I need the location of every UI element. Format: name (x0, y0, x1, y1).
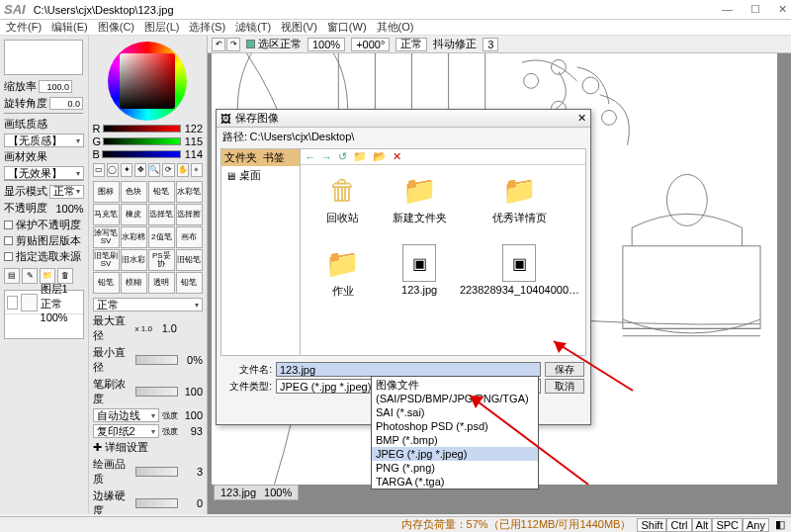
brush-3[interactable]: 水彩笔 (176, 181, 203, 203)
paper-texture-dropdown[interactable]: 【无质感】 (4, 133, 84, 147)
menu-select[interactable]: 选择(S) (189, 20, 225, 35)
menu-view[interactable]: 视图(V) (281, 20, 317, 35)
brush-19[interactable]: 铅笔 (176, 272, 203, 294)
move-tool-icon[interactable]: ✥ (134, 163, 146, 177)
angle-input[interactable] (49, 97, 83, 110)
min-size-slider[interactable] (135, 355, 178, 365)
brush-1[interactable]: 色块 (121, 181, 147, 203)
file-item[interactable]: ▣123.jpg (383, 244, 455, 313)
svg-point-6 (524, 73, 539, 88)
menu-other[interactable]: 其他(O) (377, 20, 414, 35)
selection-normal-checkbox[interactable] (246, 40, 255, 48)
select-source-checkbox[interactable] (4, 252, 13, 261)
dialog-title-bar[interactable]: 🖼 保存图像 ✕ (217, 110, 590, 128)
brush-0[interactable]: 图标 (93, 181, 120, 203)
zoom-display[interactable]: 100% (308, 38, 345, 51)
stabilizer-dropdown[interactable]: 3 (483, 38, 498, 51)
layer-row[interactable]: 图层1 正常 100% (5, 291, 83, 314)
menu-filter[interactable]: 滤镜(T) (235, 20, 271, 35)
dlg-tool-2[interactable]: ↺ (338, 150, 347, 163)
brush-18[interactable]: 透明 (148, 272, 175, 294)
menu-image[interactable]: 图像(C) (98, 20, 134, 35)
density-slider[interactable] (135, 387, 178, 397)
brush-6[interactable]: 选择笔 (148, 204, 175, 225)
file-item[interactable]: 📁优秀详情页 (460, 171, 579, 240)
color-wheel[interactable] (108, 42, 187, 121)
rotate-tool-icon[interactable]: ⟳ (162, 163, 174, 177)
dlg-tool-1[interactable]: → (321, 151, 332, 163)
brush-11[interactable]: 画布 (176, 226, 203, 248)
filename-input[interactable]: 123.jpg (276, 362, 541, 377)
brush-2[interactable]: 铅笔 (148, 181, 175, 203)
file-item[interactable]: 📁新建文件夹 (383, 171, 455, 240)
new-layer-icon[interactable]: ▤ (4, 268, 20, 284)
dlg-tool-5[interactable]: ✕ (393, 150, 401, 163)
brush-13[interactable]: 旧水彩 (121, 249, 147, 271)
navigator-thumbnail[interactable] (4, 40, 83, 75)
brush-17[interactable]: 模糊 (121, 272, 147, 294)
picker-tool-icon[interactable]: ⌖ (191, 163, 203, 177)
brush-blend-dropdown[interactable]: 正常 (93, 298, 203, 311)
marquee-tool-icon[interactable]: ▭ (93, 163, 105, 177)
undo-icon[interactable]: ↶ (212, 38, 225, 51)
brush-4[interactable]: 马克笔 (93, 204, 120, 225)
dialog-icon: 🖼 (220, 113, 231, 125)
layer-list: 图层1 正常 100% (4, 290, 84, 339)
file-item[interactable]: ▣223828934_10404000… (460, 244, 579, 313)
edge-dropdown[interactable]: 自动边线 (93, 408, 159, 422)
protect-alpha-checkbox[interactable] (4, 221, 13, 229)
zoom-tool-icon[interactable]: 🔍 (148, 163, 160, 177)
dialog-toolbar: ←→↺📁📂✕ (301, 149, 585, 165)
quality-slider[interactable] (135, 467, 178, 477)
maximize-button[interactable]: ☐ (750, 3, 760, 16)
advanced-toggle[interactable]: ✚ 详细设置 (93, 440, 203, 455)
zoom-input[interactable] (39, 80, 72, 93)
edgehard-slider[interactable] (135, 498, 178, 508)
dialog-path: C:\Users\cjx\Desktop\ (250, 131, 355, 142)
brush-10[interactable]: 2值笔 (148, 226, 175, 248)
tree-node-desktop[interactable]: 🖥桌面 (221, 166, 300, 185)
hand-tool-icon[interactable]: ✋ (177, 163, 189, 177)
lasso-tool-icon[interactable]: ◯ (107, 163, 119, 177)
b-slider[interactable] (102, 150, 181, 158)
svg-line-16 (554, 341, 633, 391)
brush-14[interactable]: PS妥协 (148, 249, 175, 271)
dlg-tool-3[interactable]: 📁 (353, 150, 367, 163)
status-key: Shift (637, 518, 666, 532)
file-item[interactable]: 📁作业 (307, 244, 379, 313)
menu-file[interactable]: 文件(F) (6, 20, 42, 35)
redo-icon[interactable]: ↷ (226, 38, 240, 51)
clip-layer-checkbox[interactable] (4, 236, 13, 245)
file-item[interactable]: 🗑回收站 (307, 171, 379, 240)
paper2-dropdown[interactable]: 复印纸2 (93, 424, 159, 438)
mode-display[interactable]: 正常 (396, 38, 427, 51)
blend-mode-dropdown[interactable]: 正常 (49, 185, 84, 199)
dialog-close-icon[interactable]: ✕ (577, 112, 586, 125)
paint-effect-dropdown[interactable]: 【无效果】 (4, 166, 84, 180)
angle-display[interactable]: +000° (351, 38, 390, 51)
brush-15[interactable]: 旧铅笔 (176, 249, 203, 271)
dlg-tool-0[interactable]: ← (305, 151, 315, 163)
tree-tab-bookmarks[interactable]: 书签 (263, 150, 285, 165)
layer-visibility-icon[interactable] (7, 296, 18, 310)
navigator-column: 缩放率 旋转角度 画纸质感 【无质感】 画材效果 【无效果】 显示模式正常 不透… (0, 36, 89, 514)
brush-5[interactable]: 橡皮 (121, 204, 147, 225)
close-button[interactable]: ✕ (778, 3, 787, 16)
menu-edit[interactable]: 编辑(E) (51, 20, 88, 35)
brush-9[interactable]: 水彩棉 (121, 226, 147, 248)
brush-8[interactable]: 涂写笔SV (93, 226, 120, 248)
brush-16[interactable]: 铅笔 (93, 272, 120, 294)
dlg-tool-4[interactable]: 📂 (373, 150, 387, 163)
menu-layer[interactable]: 图层(L) (144, 20, 179, 35)
minimize-button[interactable]: — (722, 3, 733, 16)
document-tab[interactable]: 123.jpg 100% (214, 485, 299, 500)
r-slider[interactable] (103, 125, 181, 133)
brush-12[interactable]: 旧笔刷SV (93, 249, 120, 271)
brush-7[interactable]: 选择擦 (176, 204, 203, 225)
menu-window[interactable]: 窗口(W) (327, 20, 367, 35)
g-slider[interactable] (103, 137, 181, 145)
tree-tab-folders[interactable]: 文件夹 (224, 150, 257, 165)
new-linework-icon[interactable]: ✎ (22, 268, 38, 284)
memory-status: 内存负荷量：57%（已用112MB/可用1440MB） (401, 517, 632, 532)
wand-tool-icon[interactable]: ✦ (121, 163, 132, 177)
